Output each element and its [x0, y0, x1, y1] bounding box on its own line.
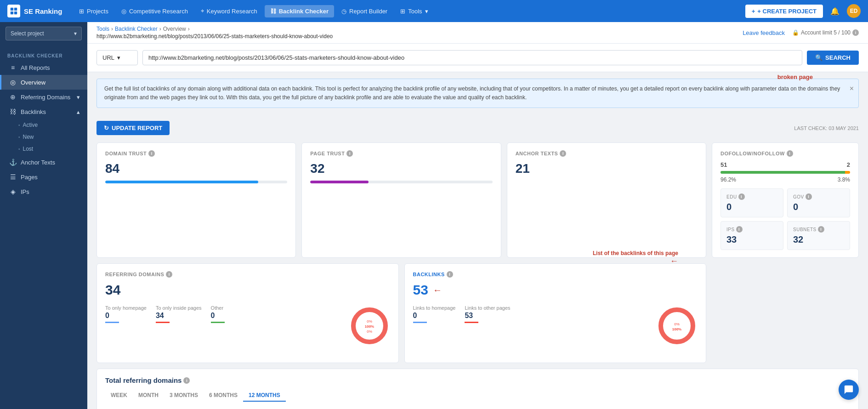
- links-other-stat: Links to other pages 53: [465, 305, 510, 348]
- links-homepage-stat: Links to homepage 0: [413, 305, 456, 348]
- gov-value: 0: [793, 202, 844, 212]
- chart-tab-month[interactable]: MONTH: [133, 390, 164, 402]
- domain-trust-info[interactable]: i: [148, 150, 155, 157]
- ips-info[interactable]: i: [736, 226, 743, 233]
- dofollow-bar-green: [720, 171, 845, 174]
- refresh-icon: ↻: [104, 125, 109, 131]
- sidebar-sub-new[interactable]: New: [0, 131, 87, 143]
- sidebar-item-anchor-texts[interactable]: ⚓ Anchor Texts: [0, 155, 87, 170]
- update-report-button[interactable]: ↻ UPDATE REPORT: [96, 121, 170, 135]
- backlinks-breakdown: Links to homepage 0 Links to other pages…: [413, 305, 698, 348]
- sidebar-sub-active[interactable]: Active: [0, 119, 87, 131]
- user-avatar[interactable]: ED: [847, 4, 861, 18]
- backlinks-arrow: ▴: [77, 108, 80, 115]
- page-trust-info[interactable]: i: [346, 150, 353, 157]
- anchor-texts-info[interactable]: i: [560, 150, 566, 157]
- sidebar: Select project ▾ BACKLINK CHECKER ≡ All …: [0, 22, 87, 409]
- breadcrumb-url: http://www.b2bmarketing.net/blog/posts/2…: [96, 33, 333, 40]
- search-button[interactable]: 🔍 SEARCH: [807, 51, 859, 65]
- pages-icon: ☰: [9, 173, 17, 181]
- edu-info[interactable]: i: [738, 193, 745, 200]
- nav-keyword-research[interactable]: ⌖ Keyword Research: [195, 5, 263, 17]
- search-icon: 🔍: [815, 54, 823, 61]
- dofollow-sub-grid: EDU i 0 GOV i 0 IPS: [720, 188, 850, 250]
- subnets-label: SUBNETS i: [793, 226, 844, 233]
- search-url-input[interactable]: [142, 50, 802, 65]
- svg-rect-0: [11, 8, 13, 11]
- sidebar-section-title: BACKLINK CHECKER: [0, 49, 87, 60]
- sidebar-item-referring-domains[interactable]: ⊕ Referring Domains ▾: [0, 90, 87, 104]
- backlinks-donut: 0% 100%: [656, 305, 698, 348]
- breadcrumb-overview: Overview: [163, 26, 186, 32]
- all-reports-icon: ≡: [9, 64, 17, 71]
- nav-right-actions: + + CREATE PROJECT 🔔 ED: [745, 4, 861, 18]
- notifications-button[interactable]: 🔔: [828, 4, 842, 18]
- sidebar-item-ips[interactable]: ◈ IPs: [0, 184, 87, 199]
- update-bar: ↻ UPDATE REPORT LAST CHECK: 03 MAY 2021: [96, 121, 859, 135]
- referring-domains-info[interactable]: i: [166, 271, 172, 278]
- main-content: Tools › Backlink Checker › Overview › ht…: [87, 22, 868, 409]
- backlinks-card: List of the backlinks of this page ← BAC…: [404, 263, 707, 363]
- chart-tab-week[interactable]: WEEK: [105, 390, 133, 402]
- search-area: URL ▾ 🔍 SEARCH: [87, 44, 868, 72]
- search-type-select[interactable]: URL ▾: [96, 50, 138, 65]
- dofollow-count: 51: [720, 161, 727, 168]
- chart-info[interactable]: i: [183, 377, 190, 384]
- subnets-info[interactable]: i: [818, 226, 824, 233]
- leave-feedback-link[interactable]: Leave feedback: [743, 29, 785, 36]
- nav-backlink-checker[interactable]: ⛓ Backlink Checker: [265, 5, 334, 17]
- plus-icon: +: [752, 8, 755, 15]
- brand-logo[interactable]: SE Ranking: [7, 5, 62, 17]
- sidebar-item-pages[interactable]: ☰ Pages: [0, 170, 87, 184]
- report-icon: ◷: [341, 8, 346, 15]
- keyword-icon: ⌖: [201, 7, 204, 15]
- svg-text:100%: 100%: [364, 324, 374, 329]
- ips-value: 33: [726, 234, 777, 245]
- breadcrumb-backlink-checker[interactable]: Backlink Checker: [115, 26, 158, 32]
- other-bar: [211, 322, 225, 323]
- nav-competitive-research[interactable]: ◎ Competitive Research: [116, 5, 193, 17]
- dropdown-chevron-icon: ▾: [74, 30, 77, 37]
- nav-report-builder[interactable]: ◷ Report Builder: [336, 5, 393, 17]
- lock-icon: 🔒: [792, 29, 799, 36]
- dofollow-label: DOFOLLOW/NOFOLLOW i: [720, 150, 850, 157]
- account-limit-info-icon[interactable]: i: [852, 29, 859, 36]
- backlink-icon: ⛓: [270, 8, 276, 15]
- sidebar-item-backlinks[interactable]: ⛓ Backlinks ▴: [0, 104, 87, 119]
- sidebar-item-all-reports[interactable]: ≡ All Reports: [0, 60, 87, 75]
- sidebar-item-overview[interactable]: ◎ Overview: [0, 75, 87, 90]
- backlinks-info[interactable]: i: [447, 271, 453, 278]
- chart-tabs: WEEK MONTH 3 MONTHS 6 MONTHS 12 MONTHS: [105, 390, 850, 402]
- backlinks-arrow-icon: ←: [433, 285, 442, 295]
- gov-info[interactable]: i: [806, 193, 812, 200]
- select-project-dropdown[interactable]: Select project ▾: [6, 27, 82, 40]
- breadcrumb-right: Leave feedback 🔒 Account limit 5 / 100 i: [743, 29, 859, 36]
- anchor-texts-value: 21: [516, 161, 698, 176]
- backlinks-icon: ⛓: [9, 108, 17, 115]
- dofollow-info[interactable]: i: [787, 150, 793, 157]
- account-limit: 🔒 Account limit 5 / 100 i: [792, 29, 859, 36]
- info-banner-close[interactable]: ×: [850, 83, 854, 95]
- dofollow-bar: [720, 171, 850, 174]
- nav-projects[interactable]: ⊞ Projects: [74, 5, 114, 17]
- overview-icon: ◎: [9, 79, 17, 86]
- to-homepage-bar: [105, 322, 119, 323]
- ips-label: IPS i: [726, 226, 777, 233]
- chart-tab-3months[interactable]: 3 MONTHS: [164, 390, 204, 402]
- domain-trust-bar: [105, 181, 287, 183]
- sidebar-sub-lost[interactable]: Lost: [0, 143, 87, 155]
- chart-tab-6months[interactable]: 6 MONTHS: [204, 390, 243, 402]
- referring-domains-donut: 0% 100% 0%: [349, 305, 390, 348]
- dofollow-card: DOFOLLOW/NOFOLLOW i 51 2 96.2% 3.8%: [712, 142, 859, 258]
- bell-icon: 🔔: [830, 7, 840, 16]
- anchor-texts-label: ANCHOR TEXTS i: [516, 150, 698, 157]
- breadcrumb-tools[interactable]: Tools: [96, 26, 109, 32]
- nofollow-count: 2: [847, 161, 850, 168]
- create-project-button[interactable]: + + CREATE PROJECT: [745, 5, 823, 18]
- nav-tools[interactable]: ⊞ Tools ▾: [395, 5, 433, 17]
- backlinks-link[interactable]: BACKLINKS: [413, 272, 445, 277]
- svg-rect-3: [14, 11, 17, 14]
- chat-bubble[interactable]: [839, 380, 859, 400]
- chart-tab-12months[interactable]: 12 MONTHS: [243, 390, 286, 402]
- svg-rect-1: [14, 8, 17, 11]
